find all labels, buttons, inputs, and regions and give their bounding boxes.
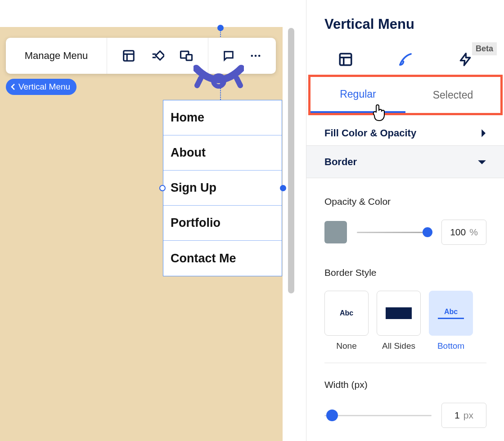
- border-style-none-label: None: [324, 341, 369, 351]
- svg-rect-7: [186, 55, 192, 61]
- panel-title: Vertical Menu: [306, 0, 504, 32]
- manage-menu-button[interactable]: Manage Menu: [6, 38, 107, 74]
- border-style-bottom-sample: Abc: [438, 308, 464, 319]
- divider: [324, 363, 486, 363]
- section-fill-label: Fill Color & Opacity: [324, 127, 416, 139]
- svg-line-13: [237, 78, 240, 86]
- border-style-bottom-label: Bottom: [429, 341, 473, 351]
- svg-rect-5: [156, 51, 164, 60]
- state-tabs-highlight: Regular Selected: [308, 75, 503, 115]
- svg-line-12: [197, 78, 201, 86]
- border-style-label: Border Style: [324, 267, 486, 278]
- border-style-all-label: All Sides: [377, 341, 421, 351]
- width-value: 1: [454, 410, 460, 421]
- menu-item-contact[interactable]: Contact Me: [163, 241, 282, 276]
- chevron-right-icon: [480, 129, 486, 138]
- menu-item-about[interactable]: About: [163, 135, 282, 171]
- drag-handle-top[interactable]: [217, 25, 224, 31]
- section-fill-toggle[interactable]: Fill Color & Opacity: [306, 121, 504, 146]
- beta-badge: Beta: [472, 42, 497, 55]
- svg-marker-18: [482, 129, 486, 137]
- opacity-value-input[interactable]: 100 %: [441, 220, 486, 245]
- border-color-swatch[interactable]: [324, 221, 347, 243]
- width-label: Width (px): [324, 379, 486, 390]
- logo-decoration: [194, 60, 244, 100]
- border-style-all-sides[interactable]: [377, 291, 421, 336]
- menu-item-signup[interactable]: Sign Up: [163, 171, 282, 206]
- opacity-slider-thumb[interactable]: [423, 227, 432, 237]
- opacity-value: 100: [450, 227, 466, 238]
- width-slider-thumb[interactable]: [326, 410, 338, 421]
- chevron-down-icon: [477, 159, 486, 165]
- border-style-bottom[interactable]: Abc: [429, 291, 473, 336]
- layout-icon[interactable]: [122, 49, 136, 63]
- tab-selected[interactable]: Selected: [405, 77, 500, 113]
- opacity-slider[interactable]: [357, 232, 432, 233]
- section-border-label: Border: [324, 156, 357, 168]
- menu-item-home[interactable]: Home: [163, 100, 282, 135]
- vertical-menu-component[interactable]: Home About Sign Up Portfolio Contact Me: [163, 100, 282, 276]
- scrollbar[interactable]: [288, 28, 294, 293]
- svg-point-10: [258, 55, 261, 57]
- tab-design-icon[interactable]: [397, 51, 414, 68]
- svg-marker-17: [460, 54, 470, 66]
- tab-regular[interactable]: Regular: [310, 77, 405, 113]
- breadcrumb-label: Vertical Menu: [18, 82, 70, 92]
- resize-handle-right[interactable]: [280, 185, 286, 191]
- opacity-label: Opacity & Color: [324, 196, 486, 207]
- opacity-unit: %: [469, 227, 478, 238]
- border-style-none[interactable]: Abc: [324, 291, 369, 336]
- width-slider[interactable]: [324, 415, 432, 416]
- inspector-panel: Vertical Menu Beta Regular Selected Fill…: [306, 0, 504, 441]
- section-border-toggle[interactable]: Border: [306, 146, 504, 178]
- svg-point-8: [251, 55, 253, 57]
- svg-rect-14: [340, 54, 351, 65]
- menu-item-portfolio[interactable]: Portfolio: [163, 206, 282, 241]
- cursor-pointer-icon: [372, 104, 387, 122]
- more-icon[interactable]: [248, 49, 263, 63]
- responsive-icon[interactable]: [179, 49, 194, 63]
- svg-point-9: [255, 55, 257, 57]
- tab-interactions-icon[interactable]: [457, 51, 474, 68]
- breadcrumb[interactable]: Vertical Menu: [6, 79, 76, 95]
- width-unit: px: [464, 410, 473, 421]
- svg-marker-19: [478, 160, 486, 164]
- width-value-input[interactable]: 1 px: [441, 403, 486, 428]
- svg-rect-0: [124, 51, 134, 61]
- animation-icon[interactable]: [150, 49, 165, 63]
- resize-handle-left[interactable]: [159, 185, 166, 191]
- tab-layout-icon[interactable]: [337, 51, 354, 68]
